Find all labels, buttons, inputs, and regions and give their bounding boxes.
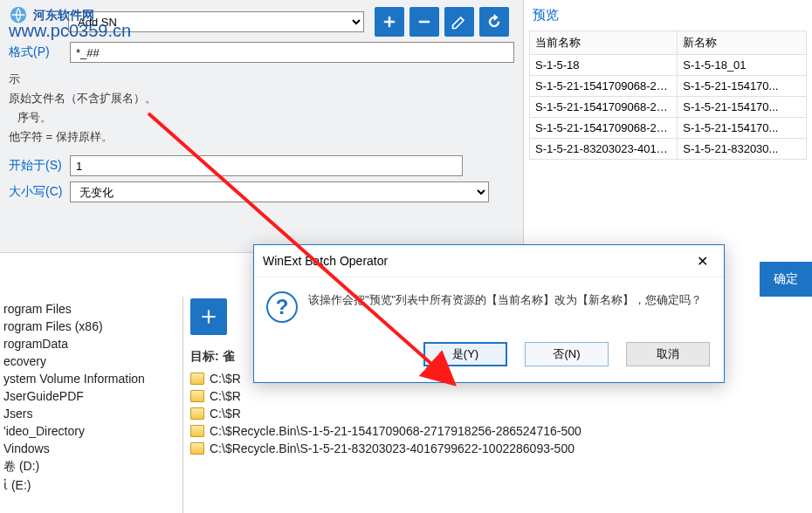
tree-item[interactable]: ἱ (E:) [0, 476, 182, 494]
cancel-button[interactable]: 取消 [626, 342, 710, 366]
edit-button[interactable] [444, 7, 474, 37]
file-path: C:\$Recycle.Bin\S-1-5-21-83203023-401679… [210, 441, 575, 455]
dialog-title: WinExt Batch Operator [263, 254, 388, 268]
watermark-logo: 河东软件网 www.pc0359.cn [9, 3, 131, 41]
case-combo[interactable]: 无变化 [70, 181, 489, 202]
file-row[interactable]: C:\$Recycle.Bin\S-1-5-21-83203023-401679… [190, 440, 805, 457]
question-icon: ? [266, 291, 298, 323]
cell-current: S-1-5-18 [530, 55, 678, 76]
cell-new: S-1-5-18_01 [678, 55, 807, 76]
add-button[interactable] [375, 7, 404, 37]
refresh-button[interactable] [479, 7, 509, 37]
tree-item[interactable]: Jsers [0, 405, 182, 422]
tree-item[interactable]: rogram Files (x86) [0, 318, 182, 335]
tree-item[interactable]: 卷 (D:) [0, 457, 182, 476]
col-current-name[interactable]: 当前名称 [530, 31, 678, 55]
cell-current: S-1-5-21-1541709068-271791... [530, 76, 678, 97]
yes-button[interactable]: 是(Y) [423, 342, 507, 366]
no-button[interactable]: 否(N) [525, 342, 609, 366]
site-url: www.pc0359.cn [9, 21, 131, 41]
folder-tree[interactable]: rogram Filesrogram Files (x86)rogramData… [0, 297, 183, 513]
tree-item[interactable]: Vindows [0, 440, 182, 457]
tree-item[interactable]: JserGuidePDF [0, 387, 182, 405]
table-row[interactable]: S-1-5-21-1541709068-271791...S-1-5-21-15… [530, 118, 807, 139]
file-row[interactable]: C:\$R [190, 405, 805, 422]
folder-icon [190, 425, 204, 437]
tree-item[interactable]: ecovery [0, 352, 182, 370]
dialog-message: 该操作会把"预览"列表中所有资源的【当前名称】改为【新名称】，您确定吗？ [308, 291, 702, 323]
folder-icon [190, 373, 204, 385]
close-icon[interactable]: ✕ [689, 250, 715, 271]
cell-new: S-1-5-21-154170... [678, 76, 807, 97]
folder-icon [190, 390, 204, 402]
preview-title: 预览 [529, 7, 807, 24]
hint-other-chars: 他字符 = 保持原样。 [9, 129, 514, 145]
cell-new: S-1-5-21-154170... [678, 97, 807, 118]
file-path: C:\$R [210, 407, 241, 421]
hint-header: 示 [9, 72, 514, 87]
start-label: 开始于(S) [9, 158, 63, 174]
site-name: 河东软件网 [33, 8, 94, 22]
cell-current: S-1-5-21-1541709068-271791... [530, 118, 678, 139]
tree-item[interactable]: rogramData [0, 335, 182, 352]
table-row[interactable]: S-1-5-21-1541709068-271791...S-1-5-21-15… [530, 76, 807, 97]
start-input[interactable] [70, 155, 463, 176]
file-path: C:\$R [210, 389, 241, 403]
tree-item[interactable]: ystem Volume Information [0, 370, 182, 387]
hint-sequence: 序号。 [17, 110, 514, 126]
cell-new: S-1-5-21-832030... [678, 139, 807, 160]
file-path: C:\$R [210, 372, 241, 386]
preview-table: 当前名称 新名称 S-1-5-18S-1-5-18_01S-1-5-21-154… [529, 31, 807, 160]
confirm-dialog: WinExt Batch Operator ✕ ? 该操作会把"预览"列表中所有… [253, 244, 725, 383]
cell-new: S-1-5-21-154170... [678, 118, 807, 139]
folder-icon [190, 442, 204, 455]
file-row[interactable]: C:\$Recycle.Bin\S-1-5-21-1541709068-2717… [190, 422, 805, 440]
folder-icon [190, 407, 204, 420]
file-row[interactable]: C:\$R [190, 387, 805, 405]
remove-button[interactable] [409, 7, 439, 37]
add-target-button[interactable] [190, 298, 227, 335]
confirm-button[interactable]: 确定 [760, 262, 812, 297]
format-label: 格式(P) [9, 44, 63, 60]
case-label: 大小写(C) [9, 184, 63, 200]
file-path: C:\$Recycle.Bin\S-1-5-21-1541709068-2717… [210, 424, 581, 438]
format-input[interactable] [70, 42, 514, 63]
table-row[interactable]: S-1-5-18S-1-5-18_01 [530, 55, 807, 76]
hint-original-name: 原始文件名（不含扩展名）。 [9, 91, 514, 106]
col-new-name[interactable]: 新名称 [678, 31, 807, 55]
table-row[interactable]: S-1-5-21-1541709068-271791...S-1-5-21-15… [530, 97, 807, 118]
table-row[interactable]: S-1-5-21-83203023-40167996...S-1-5-21-83… [530, 139, 807, 160]
tree-item[interactable]: rogram Files [0, 300, 182, 318]
preview-panel: 预览 当前名称 新名称 S-1-5-18S-1-5-18_01S-1-5-21-… [524, 0, 812, 253]
tree-item[interactable]: 'ideo_Directory [0, 422, 182, 440]
cell-current: S-1-5-21-83203023-40167996... [530, 139, 678, 160]
cell-current: S-1-5-21-1541709068-271791... [530, 97, 678, 118]
